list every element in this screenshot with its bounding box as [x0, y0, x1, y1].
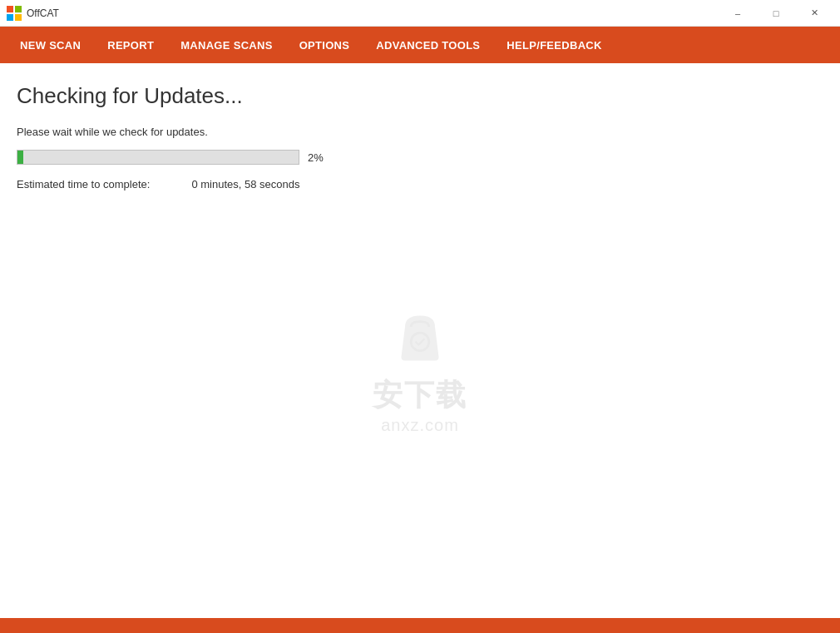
window-controls: – □ ✕ [719, 0, 833, 27]
svg-point-4 [411, 333, 429, 351]
svg-rect-3 [15, 14, 22, 21]
svg-rect-0 [7, 6, 13, 12]
status-text: Please wait while we check for updates. [17, 126, 823, 138]
progress-percent: 2% [308, 151, 324, 164]
bottom-bar [0, 618, 840, 633]
time-estimate: Estimated time to complete: 0 minutes, 5… [17, 178, 823, 190]
progress-bar-wrapper [17, 150, 299, 165]
nav-report[interactable]: REPORT [94, 27, 167, 63]
maximize-button[interactable]: □ [757, 0, 795, 27]
time-label: Estimated time to complete: [17, 178, 150, 190]
nav-help-feedback[interactable]: HELP/FEEDBACK [493, 27, 615, 63]
main-content: Checking for Updates... Please wait whil… [0, 63, 840, 618]
nav-bar: NEW SCAN REPORT MANAGE SCANS OPTIONS ADV… [0, 27, 840, 63]
watermark-cn-text: 安下载 [373, 375, 467, 416]
minimize-button[interactable]: – [719, 0, 757, 27]
nav-new-scan[interactable]: NEW SCAN [7, 27, 94, 63]
svg-rect-1 [15, 6, 22, 12]
progress-container: 2% [17, 150, 823, 165]
app-logo-icon [7, 6, 22, 21]
close-button[interactable]: ✕ [795, 0, 833, 27]
time-value: 0 minutes, 58 seconds [191, 178, 299, 190]
nav-advanced-tools[interactable]: ADVANCED TOOLS [363, 27, 493, 63]
app-title: OffCAT [27, 7, 59, 19]
page-title: Checking for Updates... [17, 83, 823, 109]
watermark-en-text: anxz.com [381, 416, 459, 435]
svg-rect-2 [7, 14, 13, 21]
watermark-bag-icon [383, 300, 457, 375]
watermark: 安下载 anxz.com [373, 300, 467, 435]
nav-manage-scans[interactable]: MANAGE SCANS [167, 27, 286, 63]
nav-options[interactable]: OPTIONS [286, 27, 363, 63]
title-bar-left: OffCAT [7, 6, 59, 21]
title-bar: OffCAT – □ ✕ [0, 0, 840, 27]
progress-bar-fill [17, 151, 23, 164]
